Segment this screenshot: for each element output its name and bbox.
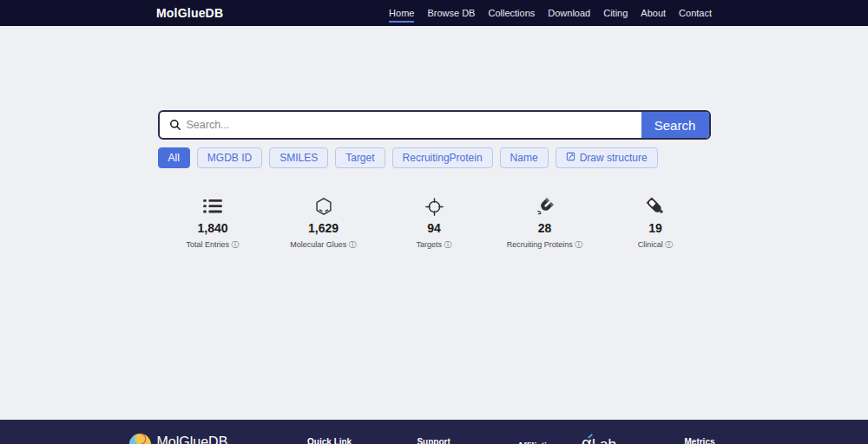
main-content: Search All MGDB ID SMILES Target Recruit… <box>0 110 868 420</box>
filter-all[interactable]: All <box>158 147 190 168</box>
quick-link-heading: Quick Link <box>307 437 367 444</box>
filter-target[interactable]: Target <box>335 147 385 168</box>
filter-label: Target <box>345 152 374 164</box>
search-input[interactable] <box>187 112 641 138</box>
stat-label: Total Entries ⓘ <box>165 239 260 251</box>
footer-quick-link-column: Quick Link Statistics Targets Recruiting… <box>307 433 370 444</box>
nav-item-about[interactable]: About <box>641 3 666 23</box>
stat-label: Molecular Glues ⓘ <box>276 239 372 251</box>
stat-label: Targets ⓘ <box>386 239 482 251</box>
main-nav: Home Browse DB Collections Download Citi… <box>389 3 712 23</box>
filter-label: RecruitingProtein <box>403 152 483 164</box>
footer-brand-block: MolGlueDB Molecular Glue Database A free… <box>128 433 260 444</box>
filter-draw-structure[interactable]: Draw structure <box>556 147 658 168</box>
search-filter-chips: All MGDB ID SMILES Target RecruitingProt… <box>158 147 711 168</box>
stat-value: 1,629 <box>276 221 372 235</box>
nav-item-download[interactable]: Download <box>548 3 590 23</box>
stat-targets: 94 Targets ⓘ <box>386 197 482 251</box>
header-container: MolGlueDB Home Browse DB Collections Dow… <box>156 3 712 23</box>
stat-value: 28 <box>497 221 593 235</box>
footer: MolGlueDB Molecular Glue Database A free… <box>0 420 868 444</box>
stat-value: 94 <box>386 221 482 235</box>
metrics-heading: Metrics <box>685 437 731 444</box>
stat-label-text: Targets <box>416 240 442 249</box>
filter-label: SMILES <box>279 152 318 164</box>
molgluedb-logo-icon <box>128 433 152 444</box>
stat-total-entries: 1,840 Total Entries ⓘ <box>165 197 260 251</box>
info-icon[interactable]: ⓘ <box>575 240 582 249</box>
info-icon[interactable]: ⓘ <box>444 240 452 249</box>
footer-affiliations-column: Affiliations αLab 中国海洋大学 医药学院 Ocean Univ… <box>517 433 637 444</box>
stats-row: 1,840 Total Entries ⓘ 1,629 Molecular Gl… <box>165 197 703 251</box>
stat-label-text: Molecular Glues <box>290 240 346 249</box>
list-icon <box>165 197 260 216</box>
filter-smiles[interactable]: SMILES <box>269 147 328 168</box>
footer-brand-name: MolGlueDB <box>157 435 253 444</box>
filter-label: All <box>168 152 180 164</box>
footer-brand-text: MolGlueDB Molecular Glue Database <box>157 435 253 444</box>
capsule-icon <box>608 197 703 216</box>
stat-label: Recruiting Proteins ⓘ <box>497 239 593 251</box>
nav-item-home[interactable]: Home <box>389 3 414 23</box>
filter-recruiting-protein[interactable]: RecruitingProtein <box>392 147 493 168</box>
filter-label: MGDB ID <box>207 152 252 164</box>
top-nav-bar: MolGlueDB Home Browse DB Collections Dow… <box>0 0 868 26</box>
stat-value: 19 <box>608 221 703 235</box>
edit-icon <box>566 152 575 164</box>
info-icon[interactable]: ⓘ <box>349 240 357 249</box>
nav-item-contact[interactable]: Contact <box>679 3 712 23</box>
stat-clinical: 19 Clinical ⓘ <box>608 197 703 251</box>
footer-support-column: Support About Help Timeline Contact Us C… <box>417 433 470 444</box>
stat-recruiting-proteins: 28 Recruiting Proteins ⓘ <box>497 197 593 251</box>
brand-logo-text[interactable]: MolGlueDB <box>156 6 223 20</box>
lab-text: Lab <box>592 436 616 444</box>
target-icon <box>386 197 482 216</box>
stat-label: Clinical ⓘ <box>608 239 703 251</box>
stat-value: 1,840 <box>165 221 260 235</box>
footer-container: MolGlueDB Molecular Glue Database A free… <box>128 420 740 444</box>
stat-molecular-glues: 1,629 Molecular Glues ⓘ <box>276 197 372 251</box>
nav-item-collections[interactable]: Collections <box>488 3 535 23</box>
stat-label-text: Total Entries <box>186 240 229 249</box>
info-icon[interactable]: ⓘ <box>665 240 673 249</box>
nav-item-citing[interactable]: Citing <box>603 3 628 23</box>
alpha-glyph: α <box>582 434 592 444</box>
filter-label: Name <box>510 152 538 164</box>
search-bar: Search <box>158 110 711 140</box>
support-heading: Support <box>417 437 465 444</box>
filter-name[interactable]: Name <box>500 147 549 168</box>
search-button[interactable]: Search <box>641 112 709 138</box>
search-icon <box>169 119 181 131</box>
footer-brand-row: MolGlueDB Molecular Glue Database <box>128 433 260 444</box>
info-icon[interactable]: ⓘ <box>232 240 240 249</box>
filter-mgdb-id[interactable]: MGDB ID <box>197 147 262 168</box>
nav-item-browse-db[interactable]: Browse DB <box>427 3 475 23</box>
filter-label: Draw structure <box>580 152 648 164</box>
stat-label-text: Recruiting Proteins <box>507 240 573 249</box>
hexagon-icon <box>276 197 372 216</box>
alab-logo[interactable]: αLab <box>582 434 616 444</box>
stat-label-text: Clinical <box>638 240 663 249</box>
magnet-icon <box>497 197 593 216</box>
footer-metrics-column: Metrics Visitors 8,081 40 Downloads 1,48… <box>685 433 740 444</box>
